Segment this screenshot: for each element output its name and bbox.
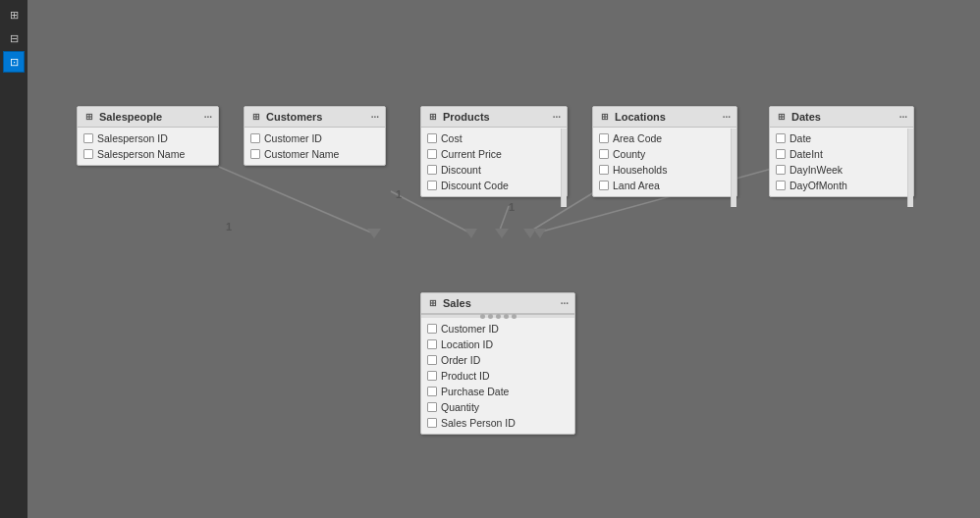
list-item: Land Area [593, 178, 736, 193]
field-label: Salesperson Name [97, 148, 185, 160]
list-item: Discount Code [421, 178, 567, 193]
list-item: DateInt [770, 146, 913, 162]
field-icon [250, 133, 260, 143]
svg-marker-6 [495, 229, 509, 238]
scroll-dot [488, 314, 493, 319]
field-label: Order ID [441, 354, 480, 366]
diagram-view-button[interactable]: ⊡ [3, 51, 25, 73]
field-label: Salesperson ID [97, 132, 168, 144]
field-icon [427, 181, 437, 190]
list-item: Salesperson ID [78, 130, 218, 146]
table-grid-icon: ⊞ [599, 111, 611, 123]
list-item: Quantity [421, 399, 574, 415]
scroll-dot [504, 314, 509, 319]
field-label: Current Price [441, 148, 502, 160]
field-icon [776, 133, 786, 143]
field-label: Customer ID [441, 323, 499, 335]
list-item: Date [770, 130, 913, 146]
grid-view-button[interactable]: ⊟ [3, 27, 25, 49]
field-label: DayInWeek [789, 164, 843, 176]
sales-body: Customer ID Location ID Order ID Product… [421, 318, 574, 434]
list-item: Sales Person ID [421, 415, 574, 431]
salespeople-title: Salespeople [99, 111, 162, 123]
field-icon [427, 371, 437, 381]
svg-text:1: 1 [396, 188, 402, 200]
field-label: DayOfMonth [789, 180, 847, 191]
field-icon [427, 165, 437, 175]
list-item: DayInWeek [770, 162, 913, 178]
salespeople-menu[interactable]: ··· [204, 112, 212, 123]
table-grid-icon: ⊞ [776, 111, 788, 123]
field-label: Area Code [613, 132, 662, 144]
field-icon [427, 355, 437, 365]
field-label: Land Area [613, 180, 660, 191]
svg-line-1 [391, 191, 469, 233]
field-label: Product ID [441, 370, 490, 382]
customers-header: ⊞ Customers ··· [245, 107, 385, 128]
field-icon [776, 181, 786, 190]
field-icon [427, 133, 437, 143]
field-icon [83, 133, 93, 143]
field-icon [776, 149, 786, 159]
dates-title: Dates [791, 111, 821, 123]
svg-text:1: 1 [509, 201, 515, 213]
sales-table[interactable]: ⊞ Sales ··· Customer ID Location ID [420, 292, 575, 435]
diagram-canvas: 1 1 1 1 1 ⊞ Salespeople ··· Salesperson … [27, 0, 980, 518]
svg-marker-9 [367, 229, 381, 238]
svg-marker-5 [464, 229, 477, 238]
dates-table[interactable]: ⊞ Dates ··· Date DateInt DayInWeek DayOf… [769, 106, 914, 197]
field-icon [83, 149, 93, 159]
toolbar: ⊞ ⊟ ⊡ [0, 0, 27, 518]
salespeople-body: Salesperson ID Salesperson Name [78, 128, 218, 165]
field-label: County [613, 148, 645, 160]
svg-marker-8 [533, 229, 546, 238]
scroll-dot [512, 314, 517, 319]
products-menu[interactable]: ··· [553, 112, 561, 123]
field-label: Sales Person ID [441, 417, 516, 429]
svg-text:1: 1 [226, 221, 232, 233]
field-icon [427, 418, 437, 428]
field-icon [427, 402, 437, 412]
sales-title: Sales [443, 297, 471, 309]
field-icon [599, 181, 609, 190]
list-item: Salesperson Name [78, 146, 218, 162]
field-icon [599, 149, 609, 159]
dates-header: ⊞ Dates ··· [770, 107, 913, 128]
dates-menu[interactable]: ··· [899, 112, 907, 123]
field-label: DateInt [789, 148, 823, 160]
field-label: Location ID [441, 338, 493, 350]
list-item: Discount [421, 162, 567, 178]
scroll-dot [496, 314, 501, 319]
list-item: Households [593, 162, 736, 178]
products-table[interactable]: ⊞ Products ··· Cost Current Price Discou… [420, 106, 568, 197]
list-item: Cost [421, 130, 567, 146]
field-icon [599, 133, 609, 143]
products-header: ⊞ Products ··· [421, 107, 567, 128]
field-icon [427, 387, 437, 396]
field-icon [250, 149, 260, 159]
customers-menu[interactable]: ··· [371, 112, 379, 123]
table-grid-icon: ⊞ [250, 111, 262, 123]
locations-title: Locations [615, 111, 666, 123]
locations-table[interactable]: ⊞ Locations ··· Area Code County Househo… [592, 106, 737, 197]
salespeople-table[interactable]: ⊞ Salespeople ··· Salesperson ID Salespe… [77, 106, 219, 166]
list-item: Purchase Date [421, 384, 574, 399]
field-label: Cost [441, 132, 463, 144]
customers-table[interactable]: ⊞ Customers ··· Customer ID Customer Nam… [244, 106, 386, 166]
table-view-button[interactable]: ⊞ [3, 4, 25, 26]
field-label: Discount Code [441, 180, 509, 191]
products-title: Products [443, 111, 490, 123]
products-body: Cost Current Price Discount Discount Cod… [421, 128, 567, 196]
list-item: Customer ID [421, 321, 574, 337]
list-item: Product ID [421, 368, 574, 384]
svg-line-2 [499, 206, 509, 233]
salespeople-header: ⊞ Salespeople ··· [78, 107, 218, 128]
list-item: Customer ID [245, 130, 385, 146]
locations-menu[interactable]: ··· [723, 112, 731, 123]
list-item: Location ID [421, 337, 574, 352]
sales-menu[interactable]: ··· [561, 298, 569, 309]
field-label: Quantity [441, 401, 479, 413]
sales-header: ⊞ Sales ··· [421, 293, 574, 314]
field-icon [427, 324, 437, 334]
list-item: Area Code [593, 130, 736, 146]
